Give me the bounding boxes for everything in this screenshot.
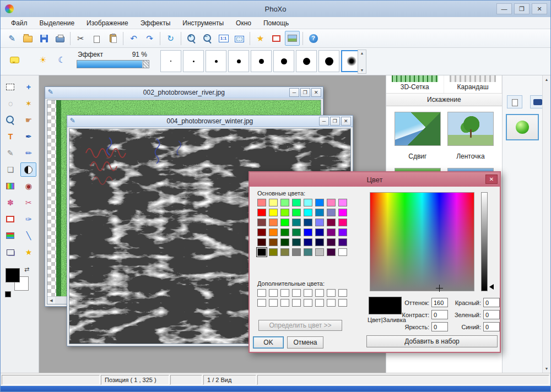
- basic-color-swatch[interactable]: [292, 248, 301, 256]
- menu-item[interactable]: Выделение: [34, 18, 81, 28]
- menu-item[interactable]: Файл: [5, 18, 34, 28]
- scroll-up-icon[interactable]: ▲: [545, 78, 549, 81]
- basic-color-swatch[interactable]: [315, 228, 324, 236]
- child-minimize-button[interactable]: ─: [319, 117, 329, 126]
- zoom-tool-button[interactable]: [2, 113, 18, 127]
- field-blue-value[interactable]: 0: [483, 322, 500, 331]
- custom-color-swatch[interactable]: [315, 299, 324, 307]
- edit-button[interactable]: ✎: [4, 31, 19, 46]
- basic-color-swatch[interactable]: [257, 248, 266, 256]
- custom-color-swatch[interactable]: [269, 299, 278, 307]
- effect-item[interactable]: Сдвиг: [395, 112, 441, 160]
- basic-color-swatch[interactable]: [280, 248, 289, 256]
- help-button[interactable]: ?: [306, 31, 321, 46]
- brush-option[interactable]: [160, 50, 181, 72]
- brush-option[interactable]: [296, 50, 317, 72]
- basic-color-swatch[interactable]: [338, 219, 347, 226]
- color-dialog[interactable]: Цвет ✕ Основные цвета: Дополнительные цв…: [249, 171, 501, 353]
- field-hue-value[interactable]: 160: [431, 298, 448, 307]
- basic-color-swatch[interactable]: [315, 238, 324, 246]
- basic-color-swatch[interactable]: [315, 219, 324, 226]
- basic-color-swatch[interactable]: [269, 228, 278, 236]
- basic-color-swatch[interactable]: [269, 219, 278, 226]
- menu-item[interactable]: Инструменты: [176, 18, 230, 28]
- basic-color-swatch[interactable]: [269, 248, 278, 256]
- pages-button[interactable]: [507, 95, 522, 108]
- basic-color-swatch[interactable]: [304, 248, 312, 256]
- basic-color-swatch[interactable]: [269, 209, 278, 216]
- child-close-button[interactable]: ✕: [311, 88, 321, 97]
- effect-item-pencil[interactable]: Карандаш: [444, 75, 502, 93]
- effect-slider[interactable]: [77, 60, 149, 68]
- custom-color-swatch[interactable]: [257, 289, 266, 297]
- move-tool-button[interactable]: +: [20, 80, 36, 94]
- panel-scrollbar[interactable]: ▲ ▼: [542, 75, 550, 373]
- star-tool-button[interactable]: ★: [20, 245, 36, 259]
- custom-color-swatch[interactable]: [315, 289, 324, 297]
- minimize-button[interactable]: —: [496, 3, 512, 14]
- custom-color-swatch[interactable]: [280, 289, 289, 297]
- basic-color-swatch[interactable]: [257, 199, 266, 206]
- fill-tool-button[interactable]: [2, 179, 18, 193]
- layer-thumbnail[interactable]: [506, 114, 539, 140]
- hue-saturation-field[interactable]: [370, 192, 474, 291]
- field-contrast-value[interactable]: 0: [431, 310, 448, 319]
- ok-button[interactable]: OK: [253, 336, 284, 349]
- child-minimize-button[interactable]: ─: [289, 88, 299, 97]
- basic-color-swatch[interactable]: [304, 219, 312, 226]
- custom-color-swatch[interactable]: [257, 299, 266, 307]
- basic-color-swatch[interactable]: [315, 209, 324, 216]
- basic-color-swatch[interactable]: [280, 199, 289, 206]
- night-button[interactable]: ☾: [53, 51, 70, 68]
- basic-color-swatch[interactable]: [327, 228, 336, 236]
- brush-option[interactable]: [228, 50, 249, 72]
- basic-color-swatch[interactable]: [280, 238, 289, 246]
- field-green-value[interactable]: 0: [483, 310, 500, 319]
- paste-button[interactable]: [105, 31, 120, 46]
- scroll-left-icon[interactable]: ◀: [47, 298, 55, 303]
- menu-item[interactable]: Эффекты: [134, 18, 177, 28]
- photo-browser-button[interactable]: [285, 31, 300, 46]
- basic-color-swatch[interactable]: [269, 238, 278, 246]
- basic-color-swatch[interactable]: [338, 228, 347, 236]
- brightness-button[interactable]: ☀: [35, 51, 51, 68]
- redo-button[interactable]: ↷: [142, 31, 157, 46]
- basic-color-swatch[interactable]: [327, 248, 336, 256]
- custom-color-swatch[interactable]: [304, 289, 312, 297]
- brush-tool-button[interactable]: ✏: [20, 146, 36, 160]
- copy-button[interactable]: [89, 31, 104, 46]
- cut-tool-button[interactable]: ✂: [20, 195, 36, 210]
- fit-window-button[interactable]: [232, 31, 247, 46]
- basic-color-swatch[interactable]: [292, 238, 301, 246]
- river-title-bar[interactable]: ✎ 002_photobrowser_river.jpg ─ ❐ ✕: [45, 87, 323, 99]
- basic-color-swatch[interactable]: [304, 228, 312, 236]
- eyedropper-tool-button[interactable]: ✒: [20, 129, 36, 144]
- child-restore-button[interactable]: ❐: [330, 117, 340, 126]
- print-button[interactable]: [52, 31, 67, 46]
- dialog-close-button[interactable]: ✕: [485, 175, 498, 184]
- crop-tool-button[interactable]: [2, 212, 18, 226]
- contrast-tool-button[interactable]: [20, 162, 36, 177]
- basic-color-swatch[interactable]: [338, 238, 347, 246]
- effect-item[interactable]: Ленточка: [447, 112, 494, 160]
- pen-tool-button[interactable]: ✑: [20, 212, 36, 226]
- field-brightness-value[interactable]: 0: [431, 322, 448, 331]
- basic-color-swatch[interactable]: [257, 219, 266, 226]
- red-frame-button[interactable]: [269, 31, 284, 46]
- clone-stamp-tool-button[interactable]: ❏: [2, 162, 18, 177]
- custom-color-swatch[interactable]: [327, 299, 336, 307]
- swap-colors-icon[interactable]: ⇄: [24, 266, 29, 273]
- basic-color-swatch[interactable]: [280, 228, 289, 236]
- scroll-down-icon[interactable]: ▼: [360, 68, 364, 72]
- basic-color-swatch[interactable]: [315, 248, 324, 256]
- basic-color-swatch[interactable]: [327, 209, 336, 216]
- basic-color-swatch[interactable]: [292, 199, 301, 206]
- zoom-out-button[interactable]: −: [200, 31, 215, 46]
- cancel-button[interactable]: Отмена: [287, 336, 323, 349]
- transform-tool-button[interactable]: [2, 245, 18, 259]
- close-button[interactable]: ✕: [532, 3, 547, 14]
- text-tool-button[interactable]: T: [2, 129, 18, 144]
- actual-size-button[interactable]: 1:1: [216, 31, 231, 46]
- basic-color-swatch[interactable]: [280, 219, 289, 226]
- select-rectangle-button[interactable]: [2, 80, 18, 94]
